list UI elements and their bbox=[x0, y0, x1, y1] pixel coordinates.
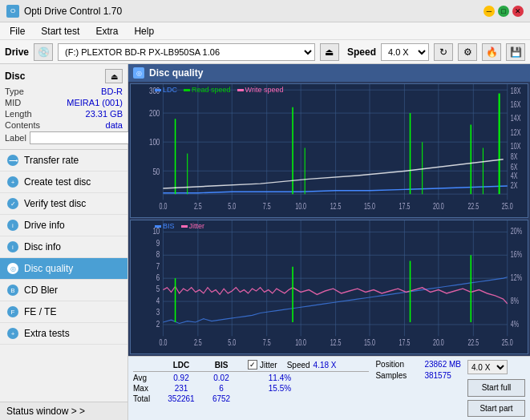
sidebar-item-transfer-rate[interactable]: ⟶ Transfer rate bbox=[0, 150, 127, 172]
verify-test-disc-icon: ✓ bbox=[6, 197, 19, 210]
legend-ldc: LDC bbox=[155, 86, 177, 94]
svg-text:5: 5 bbox=[156, 284, 160, 294]
sidebar-nav: ⟶ Transfer rate + Create test disc ✓ Ver… bbox=[0, 150, 127, 402]
minimize-button[interactable]: ─ bbox=[483, 6, 495, 17]
settings-button[interactable]: ⚙ bbox=[458, 43, 477, 61]
sidebar-item-drive-info[interactable]: i Drive info bbox=[0, 215, 127, 236]
write-speed-legend-label: Write speed bbox=[245, 86, 284, 94]
svg-text:10.0: 10.0 bbox=[295, 338, 306, 348]
menu-file[interactable]: File bbox=[6, 24, 28, 38]
sidebar-item-disc-quality[interactable]: ◎ Disc quality bbox=[0, 258, 127, 280]
drive-select[interactable]: (F:) PLEXTOR BD-R PX-LB950SA 1.06 bbox=[58, 43, 315, 61]
eject-button[interactable]: ⏏ bbox=[320, 43, 339, 61]
disc-length-value: 23.31 GB bbox=[86, 109, 123, 119]
ldc-legend-dot bbox=[155, 89, 161, 91]
svg-text:4: 4 bbox=[156, 296, 160, 306]
disc-label-input[interactable] bbox=[30, 131, 136, 144]
app-icon: O bbox=[6, 5, 19, 18]
sidebar-label-drive-info: Drive info bbox=[24, 220, 65, 231]
disc-quality-header-icon: ◎ bbox=[133, 67, 144, 79]
svg-text:6: 6 bbox=[156, 273, 160, 283]
speed-select[interactable]: 4.0 X bbox=[381, 43, 429, 61]
disc-panel-title: Disc bbox=[5, 71, 25, 82]
drivebar: Drive 💿 (F:) PLEXTOR BD-R PX-LB950SA 1.0… bbox=[0, 40, 530, 64]
svg-text:12X: 12X bbox=[511, 127, 521, 137]
legend-bis: BIS bbox=[155, 222, 175, 230]
svg-text:100: 100 bbox=[149, 137, 160, 147]
sidebar-label-fe-te: FE / TE bbox=[24, 306, 56, 317]
svg-text:12.5: 12.5 bbox=[330, 338, 342, 348]
svg-text:17.5: 17.5 bbox=[399, 202, 411, 212]
burn-button[interactable]: 🔥 bbox=[482, 43, 501, 61]
position-area: Position 23862 MB Samples 381575 bbox=[375, 360, 461, 417]
svg-text:5.0: 5.0 bbox=[228, 338, 236, 348]
max-bis-value: 6 bbox=[201, 384, 241, 393]
sidebar-item-cd-bler[interactable]: B CD Bler bbox=[0, 280, 127, 301]
sidebar-label-disc-info: Disc info bbox=[24, 241, 61, 252]
disc-contents-value: data bbox=[106, 120, 123, 130]
svg-text:15.0: 15.0 bbox=[364, 338, 375, 348]
bis-legend-label: BIS bbox=[163, 222, 175, 230]
disc-mid-row: MID MEIRA1 (001) bbox=[5, 98, 123, 107]
status-window-button[interactable]: Status window > > bbox=[0, 402, 127, 420]
sidebar-label-transfer-rate: Transfer rate bbox=[24, 155, 79, 166]
disc-quality-title: Disc quality bbox=[149, 67, 203, 79]
chart1-svg: 300 200 100 50 0.0 2.5 5.0 7.5 10.0 12.5… bbox=[131, 84, 528, 217]
avg-jitter-value: 11.4% bbox=[248, 374, 312, 382]
disc-contents-row: Contents data bbox=[5, 120, 123, 130]
read-speed-legend-label: Read speed bbox=[192, 86, 231, 94]
disc-label-row: Label 🔍 bbox=[5, 131, 123, 144]
disc-type-value: BD-R bbox=[101, 87, 123, 96]
menu-start-test[interactable]: Start test bbox=[38, 24, 83, 38]
close-button[interactable]: ✕ bbox=[512, 6, 524, 17]
start-full-button[interactable]: Start full bbox=[467, 379, 525, 397]
speed-select-stats[interactable]: 4.0 X bbox=[467, 360, 508, 374]
svg-text:8: 8 bbox=[156, 249, 160, 260]
legend-write-speed: Write speed bbox=[237, 86, 284, 94]
charts-container: LDC Read speed Write speed bbox=[128, 82, 530, 356]
svg-text:4%: 4% bbox=[511, 320, 519, 329]
sidebar-item-create-test-disc[interactable]: + Create test disc bbox=[0, 172, 127, 193]
svg-text:20%: 20% bbox=[511, 227, 522, 236]
chart1-legend: LDC Read speed Write speed bbox=[155, 86, 283, 94]
svg-text:15.0: 15.0 bbox=[364, 202, 375, 212]
sidebar-label-create-test-disc: Create test disc bbox=[24, 176, 91, 188]
bis-legend-dot bbox=[155, 225, 161, 228]
speed-value-stats: 4.18 X bbox=[314, 361, 337, 370]
disc-eject-button[interactable]: ⏏ bbox=[105, 69, 123, 83]
avg-ldc-value: 0.92 bbox=[161, 374, 201, 382]
drive-label: Drive bbox=[5, 46, 29, 58]
sidebar-item-extra-tests[interactable]: + Extra tests bbox=[0, 323, 127, 345]
jitter-checkbox-group: ✓ Jitter bbox=[248, 360, 277, 370]
sidebar-item-verify-test-disc[interactable]: ✓ Verify test disc bbox=[0, 193, 127, 215]
fe-te-icon: F bbox=[6, 305, 19, 318]
svg-text:8X: 8X bbox=[511, 152, 518, 162]
disc-quality-icon: ◎ bbox=[6, 262, 19, 275]
max-jitter-value: 15.5% bbox=[248, 384, 312, 393]
legend-read-speed: Read speed bbox=[184, 86, 231, 94]
buttons-area: 4.0 X Start full Start part bbox=[467, 360, 525, 417]
maximize-button[interactable]: □ bbox=[498, 6, 509, 17]
total-bis-value: 6752 bbox=[201, 394, 241, 403]
start-part-button[interactable]: Start part bbox=[467, 400, 525, 418]
save-button[interactable]: 💾 bbox=[506, 43, 525, 61]
svg-rect-50 bbox=[131, 220, 528, 353]
jitter-checkbox[interactable]: ✓ bbox=[248, 360, 257, 370]
legend-jitter: Jitter bbox=[181, 222, 205, 230]
write-speed-legend-dot bbox=[237, 89, 244, 91]
svg-text:10.0: 10.0 bbox=[295, 202, 306, 212]
refresh-button[interactable]: ↻ bbox=[434, 43, 453, 61]
sidebar-item-disc-info[interactable]: i Disc info bbox=[0, 236, 127, 258]
sidebar-item-fe-te[interactable]: F FE / TE bbox=[0, 301, 127, 323]
menubar: File Start test Extra Help bbox=[0, 22, 530, 40]
total-row-label: Total bbox=[133, 394, 161, 403]
svg-text:0.0: 0.0 bbox=[159, 202, 167, 212]
samples-label: Samples bbox=[375, 371, 419, 380]
menu-help[interactable]: Help bbox=[131, 24, 157, 38]
menu-extra[interactable]: Extra bbox=[92, 24, 121, 38]
disc-length-label: Length bbox=[5, 109, 32, 119]
svg-text:200: 200 bbox=[149, 108, 160, 119]
svg-text:8%: 8% bbox=[511, 297, 519, 306]
sidebar: Disc ⏏ Type BD-R MID MEIRA1 (001) Length… bbox=[0, 64, 128, 420]
disc-length-row: Length 23.31 GB bbox=[5, 109, 123, 119]
